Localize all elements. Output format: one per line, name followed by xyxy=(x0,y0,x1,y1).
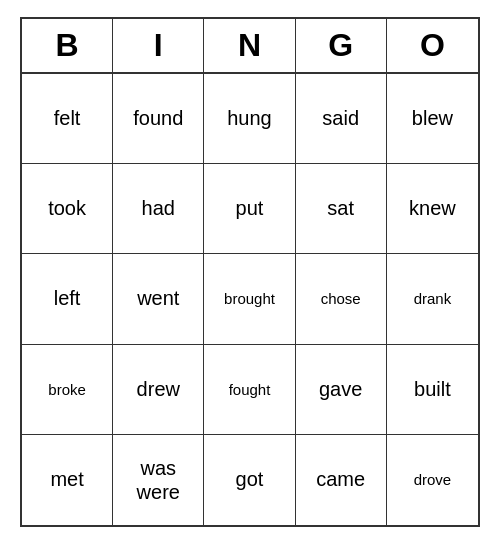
bingo-header: BINGO xyxy=(22,19,478,74)
bingo-cell: took xyxy=(22,164,113,254)
bingo-cell: chose xyxy=(296,254,387,344)
bingo-cell: fought xyxy=(204,345,295,435)
bingo-cell: sat xyxy=(296,164,387,254)
bingo-card: BINGO feltfoundhungsaidblewtookhadputsat… xyxy=(20,17,480,527)
header-letter: G xyxy=(296,19,387,72)
bingo-cell: said xyxy=(296,74,387,164)
bingo-cell: built xyxy=(387,345,478,435)
header-letter: N xyxy=(204,19,295,72)
bingo-cell: broke xyxy=(22,345,113,435)
bingo-cell: felt xyxy=(22,74,113,164)
bingo-cell: drew xyxy=(113,345,204,435)
bingo-cell: had xyxy=(113,164,204,254)
header-letter: I xyxy=(113,19,204,72)
bingo-grid: feltfoundhungsaidblewtookhadputsatknewle… xyxy=(22,74,478,525)
bingo-cell: drove xyxy=(387,435,478,525)
bingo-cell: blew xyxy=(387,74,478,164)
bingo-cell: met xyxy=(22,435,113,525)
header-letter: O xyxy=(387,19,478,72)
bingo-cell: went xyxy=(113,254,204,344)
bingo-cell: was were xyxy=(113,435,204,525)
bingo-cell: drank xyxy=(387,254,478,344)
bingo-cell: brought xyxy=(204,254,295,344)
bingo-cell: gave xyxy=(296,345,387,435)
bingo-cell: knew xyxy=(387,164,478,254)
bingo-cell: found xyxy=(113,74,204,164)
bingo-cell: got xyxy=(204,435,295,525)
bingo-cell: put xyxy=(204,164,295,254)
bingo-cell: left xyxy=(22,254,113,344)
bingo-cell: hung xyxy=(204,74,295,164)
header-letter: B xyxy=(22,19,113,72)
bingo-cell: came xyxy=(296,435,387,525)
